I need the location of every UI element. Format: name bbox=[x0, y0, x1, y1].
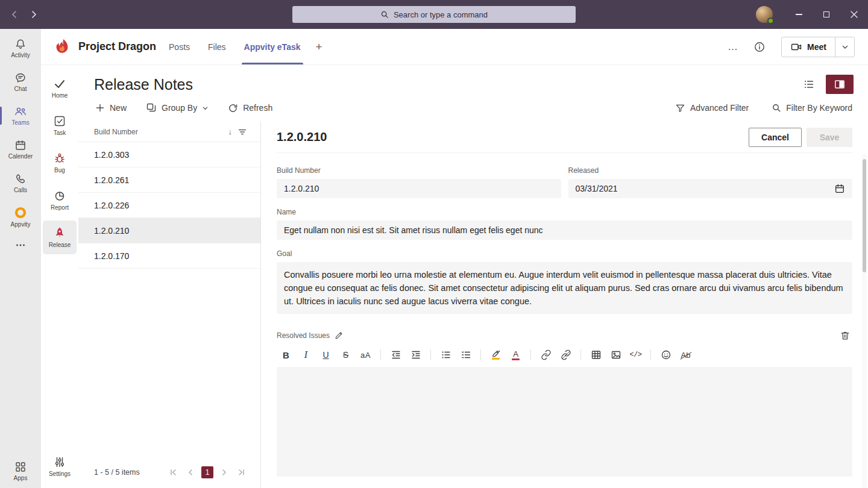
sidenav-item-report[interactable]: Report bbox=[43, 183, 77, 217]
advanced-filter-button[interactable]: Advanced Filter bbox=[674, 101, 750, 116]
split-view-button[interactable] bbox=[826, 75, 854, 94]
new-button[interactable]: New bbox=[94, 101, 128, 115]
tab-posts[interactable]: Posts bbox=[160, 29, 199, 64]
list-view-button[interactable] bbox=[795, 75, 823, 94]
outdent-button[interactable] bbox=[386, 346, 405, 363]
rail-item-chat[interactable]: Chat bbox=[0, 65, 41, 99]
numbered-list-icon bbox=[461, 349, 471, 360]
resolved-issues-editor[interactable] bbox=[277, 367, 852, 477]
underline-button[interactable]: U bbox=[316, 346, 335, 363]
view-toggles bbox=[795, 75, 854, 94]
channel-more-button[interactable]: … bbox=[723, 37, 743, 57]
channel-header-actions: … Meet bbox=[723, 37, 855, 57]
meet-button[interactable]: Meet bbox=[782, 37, 835, 57]
first-page-button[interactable] bbox=[166, 466, 180, 479]
bullet-list-button[interactable] bbox=[436, 346, 455, 363]
list-column-header[interactable]: Build Number ↓ bbox=[78, 122, 260, 142]
release-form: Build Number 1.2.0.210 Released 03/31/20… bbox=[277, 153, 852, 488]
emoji-button[interactable] bbox=[656, 346, 675, 363]
calendar-icon[interactable] bbox=[834, 183, 845, 194]
close-button[interactable] bbox=[840, 0, 868, 29]
goal-textarea[interactable]: Convallis posuere morbi leo urna molesti… bbox=[277, 262, 852, 314]
rail-item-more[interactable] bbox=[0, 234, 41, 257]
released-date-input[interactable]: 03/31/2021 bbox=[568, 179, 853, 198]
tab-files[interactable]: Files bbox=[199, 29, 235, 64]
search-placeholder: Search or type a command bbox=[394, 10, 488, 19]
insert-table-button[interactable] bbox=[587, 346, 605, 363]
insert-code-button[interactable]: </> bbox=[626, 346, 645, 363]
edit-pencil-icon[interactable] bbox=[335, 331, 343, 340]
numbered-list-button[interactable] bbox=[456, 346, 475, 363]
previous-page-button[interactable] bbox=[184, 466, 197, 479]
refresh-button[interactable]: Refresh bbox=[227, 101, 274, 116]
insert-image-button[interactable] bbox=[606, 346, 625, 363]
meet-dropdown-button[interactable] bbox=[835, 37, 854, 57]
list-item-build[interactable]: 1.2.0.303 bbox=[78, 142, 260, 167]
sidenav-item-task[interactable]: Task bbox=[43, 108, 77, 142]
resolved-issues-label: Resolved Issues bbox=[277, 331, 330, 340]
clear-format-button[interactable]: Ab bbox=[676, 346, 695, 363]
highlight-button[interactable] bbox=[486, 346, 505, 363]
command-search-input[interactable]: Search or type a command bbox=[292, 6, 576, 23]
filter-keyword-label: Filter By Keyword bbox=[786, 103, 852, 113]
plus-icon bbox=[95, 103, 105, 113]
page-toolbar: New Group By Refresh Advanced Filter bbox=[94, 100, 854, 122]
remove-link-button[interactable] bbox=[556, 346, 575, 363]
list-item-build[interactable]: 1.2.0.261 bbox=[78, 167, 260, 193]
maximize-button[interactable] bbox=[813, 0, 840, 29]
font-size-button[interactable]: aA bbox=[356, 346, 375, 363]
back-button[interactable] bbox=[6, 6, 23, 23]
titlebar: Search or type a command bbox=[0, 0, 868, 29]
column-filter-icon[interactable] bbox=[237, 127, 247, 137]
save-label: Save bbox=[820, 133, 840, 142]
forward-button[interactable] bbox=[25, 6, 42, 23]
column-header-label: Build Number bbox=[94, 128, 138, 136]
sidenav-item-home[interactable]: Home bbox=[43, 71, 77, 105]
group-by-button[interactable]: Group By bbox=[145, 100, 210, 116]
rail-item-activity[interactable]: Activity bbox=[0, 31, 41, 65]
sidenav-item-release[interactable]: Release bbox=[43, 221, 77, 254]
sidenav-label: Bug bbox=[54, 167, 65, 174]
tab-appvity-etask[interactable]: Appvity eTask bbox=[235, 29, 310, 64]
tab-label: Appvity eTask bbox=[244, 42, 301, 52]
sort-descending-icon[interactable]: ↓ bbox=[228, 127, 233, 136]
sidenav-item-settings[interactable]: Settings bbox=[43, 449, 77, 483]
avatar[interactable] bbox=[756, 6, 773, 23]
indent-button[interactable] bbox=[406, 346, 425, 363]
channel-info-button[interactable] bbox=[750, 37, 769, 57]
rail-item-calls[interactable]: Calls bbox=[0, 166, 41, 200]
emoji-icon bbox=[661, 349, 671, 360]
release-detail-panel: 1.2.0.210 Cancel Save Build Number 1.2.0… bbox=[261, 122, 868, 488]
delete-resolved-issues-button[interactable] bbox=[838, 328, 852, 343]
page-title: Release Notes bbox=[94, 75, 193, 94]
rail-item-teams[interactable]: Teams bbox=[0, 99, 41, 133]
save-button[interactable]: Save bbox=[807, 128, 852, 147]
add-tab-button[interactable]: + bbox=[310, 29, 329, 64]
rail-item-apps[interactable]: Apps bbox=[0, 454, 41, 488]
delete-known-issues-button[interactable] bbox=[838, 485, 852, 488]
scrollbar-thumb[interactable] bbox=[863, 159, 866, 272]
rail-item-calendar[interactable]: Calender bbox=[0, 133, 41, 166]
titlebar-right bbox=[756, 0, 868, 29]
italic-button[interactable]: I bbox=[297, 346, 315, 363]
next-page-button[interactable] bbox=[218, 466, 231, 479]
minimize-button[interactable] bbox=[785, 0, 813, 29]
name-input[interactable]: Eget nullam non nisi est sit. Sit amet r… bbox=[277, 221, 852, 240]
rail-item-appvity[interactable]: Appvity bbox=[0, 200, 41, 234]
bold-button[interactable]: B bbox=[277, 346, 295, 363]
list-item-build-selected[interactable]: 1.2.0.210 bbox=[78, 218, 260, 243]
list-item-build[interactable]: 1.2.0.170 bbox=[78, 243, 260, 269]
build-number-input[interactable]: 1.2.0.210 bbox=[277, 179, 561, 198]
insert-link-button[interactable] bbox=[536, 346, 555, 363]
calendar-icon bbox=[14, 139, 27, 151]
table-icon bbox=[591, 349, 602, 360]
strikethrough-button[interactable]: S bbox=[336, 346, 355, 363]
filter-keyword-button[interactable]: Filter By Keyword bbox=[770, 101, 854, 116]
sidenav-item-bug[interactable]: Bug bbox=[43, 146, 77, 180]
font-color-button[interactable]: A bbox=[506, 346, 525, 363]
list-item-build[interactable]: 1.2.0.226 bbox=[78, 193, 260, 218]
build-number: 1.2.0.303 bbox=[94, 150, 129, 160]
detail-scrollbar[interactable] bbox=[862, 154, 867, 488]
cancel-button[interactable]: Cancel bbox=[749, 128, 802, 147]
last-page-button[interactable] bbox=[235, 466, 248, 479]
